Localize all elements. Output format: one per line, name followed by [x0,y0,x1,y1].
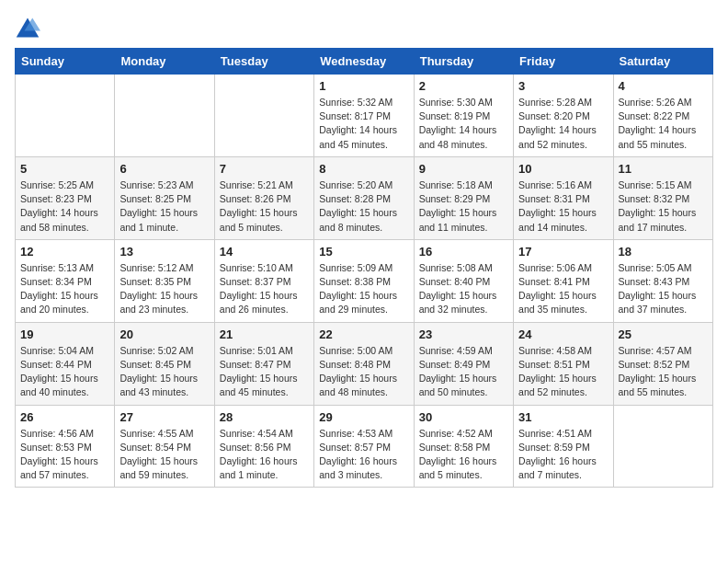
day-number: 3 [518,79,608,93]
calendar-day-cell: 26Sunrise: 4:56 AM Sunset: 8:53 PM Dayli… [16,405,115,488]
calendar-day-cell: 16Sunrise: 5:08 AM Sunset: 8:40 PM Dayli… [414,239,513,322]
day-info: Sunrise: 4:51 AM Sunset: 8:59 PM Dayligh… [518,427,608,483]
day-info: Sunrise: 5:16 AM Sunset: 8:31 PM Dayligh… [518,178,608,235]
day-info: Sunrise: 5:15 AM Sunset: 8:32 PM Dayligh… [619,178,708,235]
calendar-day-cell: 23Sunrise: 4:59 AM Sunset: 8:49 PM Dayli… [414,322,513,405]
calendar-day-cell: 14Sunrise: 5:10 AM Sunset: 8:37 PM Dayli… [214,239,313,322]
day-number: 27 [119,410,209,424]
day-info: Sunrise: 4:53 AM Sunset: 8:57 PM Dayligh… [319,427,408,483]
calendar-day-cell: 8Sunrise: 5:20 AM Sunset: 8:28 PM Daylig… [314,156,414,239]
calendar-week-row: 1Sunrise: 5:32 AM Sunset: 8:17 PM Daylig… [16,75,713,157]
day-info: Sunrise: 5:26 AM Sunset: 8:22 PM Dayligh… [619,96,708,152]
calendar-day-cell: 25Sunrise: 4:57 AM Sunset: 8:52 PM Dayli… [613,322,712,405]
day-info: Sunrise: 5:09 AM Sunset: 8:38 PM Dayligh… [319,261,408,317]
weekday-header-sunday: Sunday [16,49,115,75]
day-number: 20 [119,327,209,341]
weekday-header-saturday: Saturday [613,49,712,75]
day-info: Sunrise: 4:57 AM Sunset: 8:52 PM Dayligh… [619,344,708,400]
calendar-day-cell: 30Sunrise: 4:52 AM Sunset: 8:58 PM Dayli… [414,405,513,488]
calendar-day-cell: 10Sunrise: 5:16 AM Sunset: 8:31 PM Dayli… [514,156,613,239]
day-number: 21 [220,327,309,341]
calendar-table: SundayMondayTuesdayWednesdayThursdayFrid… [15,48,713,488]
calendar-week-row: 19Sunrise: 5:04 AM Sunset: 8:44 PM Dayli… [16,322,713,405]
calendar-day-cell: 28Sunrise: 4:54 AM Sunset: 8:56 PM Dayli… [214,405,313,488]
calendar-day-cell: 9Sunrise: 5:18 AM Sunset: 8:29 PM Daylig… [414,156,513,239]
weekday-header-row: SundayMondayTuesdayWednesdayThursdayFrid… [16,49,713,75]
day-info: Sunrise: 5:10 AM Sunset: 8:37 PM Dayligh… [220,261,309,317]
day-info: Sunrise: 4:55 AM Sunset: 8:54 PM Dayligh… [119,427,209,483]
day-info: Sunrise: 5:13 AM Sunset: 8:34 PM Dayligh… [20,261,109,317]
calendar-day-cell: 27Sunrise: 4:55 AM Sunset: 8:54 PM Dayli… [115,405,214,488]
calendar-day-cell: 17Sunrise: 5:06 AM Sunset: 8:41 PM Dayli… [514,239,613,322]
day-number: 23 [419,327,508,341]
calendar-day-cell: 6Sunrise: 5:23 AM Sunset: 8:25 PM Daylig… [115,156,214,239]
day-info: Sunrise: 4:54 AM Sunset: 8:56 PM Dayligh… [220,427,309,483]
day-number: 14 [220,245,309,259]
calendar-day-cell: 4Sunrise: 5:26 AM Sunset: 8:22 PM Daylig… [613,75,712,157]
day-number: 9 [419,162,508,176]
day-info: Sunrise: 5:20 AM Sunset: 8:28 PM Dayligh… [319,178,408,235]
calendar-week-row: 5Sunrise: 5:25 AM Sunset: 8:23 PM Daylig… [16,156,713,239]
day-number: 30 [419,410,508,424]
day-number: 24 [518,327,608,341]
calendar-week-row: 12Sunrise: 5:13 AM Sunset: 8:34 PM Dayli… [16,239,713,322]
calendar-day-cell: 12Sunrise: 5:13 AM Sunset: 8:34 PM Dayli… [16,239,115,322]
day-info: Sunrise: 5:12 AM Sunset: 8:35 PM Dayligh… [119,261,209,317]
day-number: 31 [518,410,608,424]
day-info: Sunrise: 5:21 AM Sunset: 8:26 PM Dayligh… [220,178,309,235]
day-info: Sunrise: 5:00 AM Sunset: 8:48 PM Dayligh… [319,344,408,400]
calendar-day-cell: 1Sunrise: 5:32 AM Sunset: 8:17 PM Daylig… [314,75,414,157]
weekday-header-friday: Friday [514,49,613,75]
calendar-empty-cell [16,75,115,157]
day-info: Sunrise: 4:56 AM Sunset: 8:53 PM Dayligh… [20,427,109,483]
calendar-day-cell: 13Sunrise: 5:12 AM Sunset: 8:35 PM Dayli… [115,239,214,322]
calendar-day-cell: 3Sunrise: 5:28 AM Sunset: 8:20 PM Daylig… [514,75,613,157]
day-number: 15 [319,245,408,259]
weekday-header-wednesday: Wednesday [314,49,414,75]
day-info: Sunrise: 4:52 AM Sunset: 8:58 PM Dayligh… [419,427,508,483]
day-number: 11 [619,162,708,176]
page-header [15,15,713,40]
calendar-empty-cell [613,405,712,488]
day-info: Sunrise: 5:06 AM Sunset: 8:41 PM Dayligh… [518,261,608,317]
calendar-day-cell: 24Sunrise: 4:58 AM Sunset: 8:51 PM Dayli… [514,322,613,405]
day-number: 22 [319,327,408,341]
day-number: 13 [119,245,209,259]
day-info: Sunrise: 4:59 AM Sunset: 8:49 PM Dayligh… [419,344,508,400]
day-info: Sunrise: 5:02 AM Sunset: 8:45 PM Dayligh… [119,344,209,400]
calendar-day-cell: 5Sunrise: 5:25 AM Sunset: 8:23 PM Daylig… [16,156,115,239]
day-info: Sunrise: 5:08 AM Sunset: 8:40 PM Dayligh… [419,261,508,317]
calendar-empty-cell [214,75,313,157]
day-number: 16 [419,245,508,259]
day-info: Sunrise: 5:18 AM Sunset: 8:29 PM Dayligh… [419,178,508,235]
day-info: Sunrise: 5:30 AM Sunset: 8:19 PM Dayligh… [419,96,508,152]
day-number: 28 [220,410,309,424]
day-info: Sunrise: 5:28 AM Sunset: 8:20 PM Dayligh… [518,96,608,152]
day-info: Sunrise: 5:05 AM Sunset: 8:43 PM Dayligh… [619,261,708,317]
day-info: Sunrise: 5:23 AM Sunset: 8:25 PM Dayligh… [119,178,209,235]
day-number: 5 [20,162,109,176]
calendar-day-cell: 31Sunrise: 4:51 AM Sunset: 8:59 PM Dayli… [514,405,613,488]
calendar-day-cell: 20Sunrise: 5:02 AM Sunset: 8:45 PM Dayli… [115,322,214,405]
calendar-day-cell: 2Sunrise: 5:30 AM Sunset: 8:19 PM Daylig… [414,75,513,157]
calendar-day-cell: 7Sunrise: 5:21 AM Sunset: 8:26 PM Daylig… [214,156,313,239]
weekday-header-monday: Monday [115,49,214,75]
day-number: 29 [319,410,408,424]
calendar-day-cell: 29Sunrise: 4:53 AM Sunset: 8:57 PM Dayli… [314,405,414,488]
day-number: 26 [20,410,109,424]
day-number: 25 [619,327,708,341]
day-number: 17 [518,245,608,259]
logo [15,15,44,40]
day-number: 10 [518,162,608,176]
day-number: 18 [619,245,708,259]
day-info: Sunrise: 5:04 AM Sunset: 8:44 PM Dayligh… [20,344,109,400]
day-number: 8 [319,162,408,176]
day-number: 12 [20,245,109,259]
day-info: Sunrise: 5:01 AM Sunset: 8:47 PM Dayligh… [220,344,309,400]
calendar-day-cell: 11Sunrise: 5:15 AM Sunset: 8:32 PM Dayli… [613,156,712,239]
weekday-header-tuesday: Tuesday [214,49,313,75]
day-number: 19 [20,327,109,341]
day-number: 4 [619,79,708,93]
day-number: 6 [119,162,209,176]
day-number: 2 [419,79,508,93]
